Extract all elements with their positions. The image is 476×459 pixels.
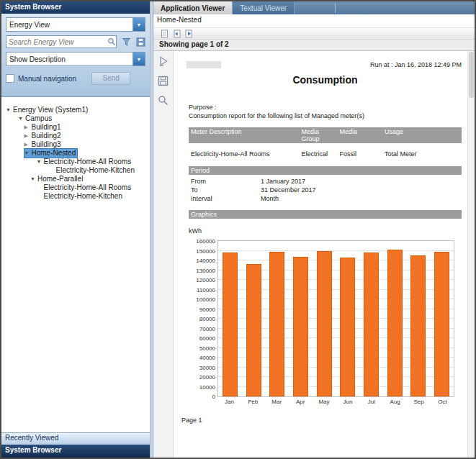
y-axis-tick-label: 80000 (191, 316, 215, 322)
viewer-side-toolbar (153, 51, 174, 458)
tree-item-label: Campus (25, 114, 52, 122)
tree-expander-icon[interactable]: ▼ (6, 106, 13, 114)
manual-navigation-checkbox[interactable] (6, 74, 14, 83)
chart-plot: 0100002000030000400005000060000700008000… (217, 240, 454, 397)
display-mode-value: Show Description (6, 55, 66, 63)
cell-usage: Total Meter (382, 149, 462, 159)
tree-item-label: Building1 (32, 123, 61, 131)
chart-x-labels: JanFebMarAprMayJunJulAugSepOct (217, 399, 454, 405)
filter-icon[interactable] (122, 37, 131, 47)
system-browser-panel: System Browser Energy View ▼ (1, 1, 151, 458)
period-from-value: 1 January 2017 (259, 177, 462, 186)
tree-expander-icon[interactable]: ▼ (37, 158, 44, 166)
y-axis-tick-label: 120000 (191, 277, 215, 283)
page-back-icon[interactable] (173, 29, 181, 38)
period-table: From 1 January 2017 To 31 December 2017 … (189, 177, 462, 203)
chart-bars (218, 241, 454, 396)
tree-item[interactable]: ▼Campus (1, 114, 150, 123)
tree-expander-icon[interactable]: ▶ (24, 132, 32, 140)
period-to-label: To (189, 186, 259, 194)
bar (293, 257, 308, 396)
purpose-label: Purpose : (189, 103, 462, 112)
x-axis-tick-label: Jul (364, 399, 379, 405)
tree-item[interactable]: ▼Energy View (System1) (1, 106, 150, 114)
tree-item-label: Home-Nested (32, 149, 76, 157)
tab-separator (335, 3, 336, 13)
tree-expander-icon[interactable]: ▶ (24, 123, 32, 132)
page-footer: Page 1 (181, 417, 462, 424)
x-axis-tick-label: Sep (411, 399, 426, 405)
vertical-scrollbar[interactable] (467, 51, 475, 458)
tree-expander-icon[interactable]: ▼ (18, 114, 25, 123)
tree-item[interactable]: Electricity-Home-All Rooms (1, 183, 150, 192)
col-usage: Usage (382, 127, 462, 143)
x-axis-tick-label: Jan (222, 399, 237, 405)
tree-expander-icon[interactable]: ▼ (30, 175, 37, 183)
manual-navigation-row: Manual navigation Send (6, 72, 145, 85)
y-axis-tick-label: 20000 (191, 374, 215, 381)
y-axis-tick-label: 100000 (191, 296, 215, 303)
report-page: Run at : Jan 16, 2018 12:49 PM Consumpti… (174, 51, 467, 458)
tab-application-viewer[interactable]: Application Viewer (153, 1, 233, 14)
y-axis-tick-label: 40000 (191, 355, 215, 361)
chevron-down-icon[interactable]: ▼ (133, 18, 145, 31)
view-selector-dropdown[interactable]: Energy View ▼ (6, 17, 145, 32)
report-title: Consumption (189, 74, 462, 86)
display-mode-dropdown[interactable]: Show Description ▼ (6, 52, 145, 66)
page-forward-icon[interactable] (185, 29, 193, 38)
tree-expander-icon[interactable]: ▼ (24, 149, 32, 158)
y-axis-tick-label: 60000 (191, 335, 215, 342)
scrollbar-thumb[interactable] (469, 52, 474, 98)
meter-table-header: Meter Description Media Group Media Usag… (189, 127, 462, 143)
x-axis-tick-label: Jun (340, 399, 355, 405)
tree-item[interactable]: ▶Building2 (1, 132, 150, 140)
y-axis-tick-label: 0 (191, 394, 215, 400)
search-icon[interactable] (107, 37, 116, 46)
manual-navigation-label: Manual navigation (18, 75, 76, 83)
tree-item-label: Electricity-Home-All Rooms (44, 183, 132, 191)
send-button[interactable]: Send (91, 72, 130, 85)
period-heading: Period (189, 166, 462, 175)
x-axis-tick-label: Mar (269, 399, 284, 405)
tree-item[interactable]: ▼Home-Parallel (1, 175, 150, 183)
meter-table-row: Electricity-Home-All Rooms Electrical Fo… (189, 149, 462, 159)
col-meter-description: Meter Description (189, 127, 299, 143)
tree: ▼Energy View (System1)▼Campus▶Building1▶… (1, 96, 150, 432)
tree-item[interactable]: ▶Building1 (1, 123, 150, 132)
chevron-down-icon[interactable]: ▼ (133, 53, 145, 65)
x-axis-tick-label: Oct (435, 399, 450, 405)
document-title: Home-Nested (153, 14, 475, 28)
cell-meter-description: Electricity-Home-All Rooms (189, 149, 299, 159)
save-search-icon[interactable] (136, 37, 145, 47)
tab-textual-viewer[interactable]: Textual Viewer (233, 1, 295, 14)
recently-viewed-bar[interactable]: Recently Viewed (1, 432, 150, 445)
y-axis-tick-label: 50000 (191, 345, 215, 351)
tree-item[interactable]: ▼Home-Nested (1, 149, 150, 158)
tree-item[interactable]: Electricity-Home-Kitchen (1, 166, 150, 175)
y-axis-tick-label: 160000 (191, 238, 215, 245)
col-media-group: Media Group (299, 127, 337, 143)
tree-expander-icon[interactable]: ▶ (24, 140, 32, 149)
viewer-body: Run at : Jan 16, 2018 12:49 PM Consumpti… (153, 51, 475, 458)
tree-item[interactable]: Electricity-Home-Kitchen (1, 192, 150, 201)
bar (223, 253, 238, 396)
cell-media-group: Electrical (299, 149, 337, 159)
y-axis-tick-label: 70000 (191, 325, 215, 332)
search-box (6, 35, 117, 48)
y-axis-tick-label: 150000 (191, 247, 215, 254)
export-report-icon[interactable] (161, 29, 169, 38)
zoom-icon[interactable] (157, 94, 170, 106)
bar (364, 253, 379, 396)
system-browser-header: System Browser (1, 1, 150, 14)
system-browser-footer-bar[interactable]: System Browser (1, 445, 150, 458)
tree-item-label: Building2 (32, 132, 61, 140)
purpose-text: Consumption report for the following lis… (189, 112, 462, 120)
tree-item[interactable]: ▼Electricity-Home-All Rooms (1, 158, 150, 166)
run-report-icon[interactable] (157, 55, 170, 68)
tree-item[interactable]: ▶Building3 (1, 140, 150, 149)
viewer-toolbar (153, 28, 475, 40)
save-report-icon[interactable] (157, 74, 170, 87)
search-input[interactable] (6, 38, 107, 46)
viewer-panel: Application Viewer Textual Viewer Home-N… (153, 1, 475, 458)
search-row (6, 35, 145, 48)
